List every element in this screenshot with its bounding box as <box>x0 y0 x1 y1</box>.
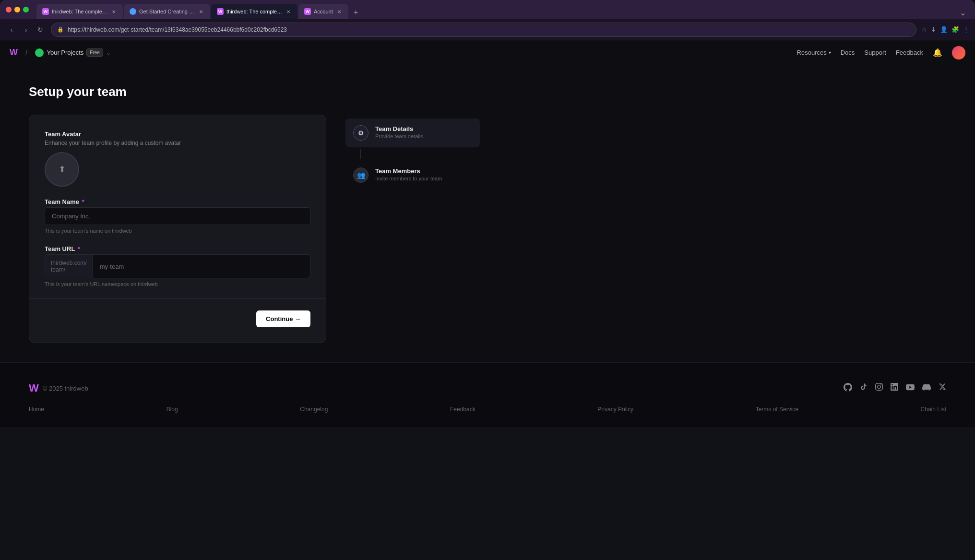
download-icon[interactable]: ⬇ <box>931 26 936 33</box>
tab-3-label: thirdweb: The complete web3 d… <box>226 9 282 14</box>
page-title: Setup your team <box>29 84 946 99</box>
url-prefix: thirdweb.com/team/ <box>45 255 93 278</box>
footer-logo: W © 2025 thirdweb <box>29 382 88 394</box>
team-url-label: Team URL * <box>45 245 310 252</box>
avatar-section: Team Avatar Enhance your team profile by… <box>45 131 310 187</box>
fullscreen-button[interactable] <box>23 7 29 12</box>
setup-layout: Team Avatar Enhance your team profile by… <box>29 115 946 343</box>
step-2-text: Team Members Invite members to your team <box>375 167 472 181</box>
team-name-helper: This is your team's name on thirdweb <box>45 228 310 234</box>
main-content: Setup your team Team Avatar Enhance your… <box>0 65 975 362</box>
footer-link-home[interactable]: Home <box>29 406 44 413</box>
new-tab-button[interactable]: + <box>349 6 363 19</box>
logo-icon: W <box>10 48 18 58</box>
discord-icon[interactable] <box>922 383 931 393</box>
refresh-button[interactable]: ↻ <box>35 24 46 36</box>
minimize-button[interactable] <box>14 7 20 12</box>
plan-badge: Free <box>86 48 103 57</box>
footer-link-feedback[interactable]: Feedback <box>450 406 476 413</box>
app-header: W / Your Projects Free ⌄ Resources ▾ Doc… <box>0 40 975 65</box>
tab-4-close[interactable]: ✕ <box>336 8 343 15</box>
steps-sidebar: ⚙ Team Details Provide team details 👥 Te… <box>345 115 480 190</box>
footer-logo-icon: W <box>29 382 39 394</box>
forward-button[interactable]: › <box>20 24 32 36</box>
browser-tab-1[interactable]: W thirdweb: The complete web3 d… ✕ <box>36 4 123 19</box>
breadcrumb-label: Your Projects <box>47 49 83 56</box>
tiktok-icon[interactable] <box>860 383 868 393</box>
url-slug-input[interactable] <box>93 255 310 278</box>
avatar-label: Team Avatar <box>45 131 310 138</box>
back-button[interactable]: ‹ <box>6 24 17 36</box>
nav-buttons: ‹ › ↻ <box>6 24 46 36</box>
step-2-desc: Invite members to your team <box>375 176 472 181</box>
team-url-section: Team URL * thirdweb.com/team/ This is yo… <box>45 245 310 287</box>
instagram-icon[interactable] <box>875 383 883 393</box>
form-divider <box>29 298 326 299</box>
team-name-section: Team Name * This is your team's name on … <box>45 198 310 234</box>
url-text: https://thirdweb.com/get-started/team/13… <box>68 26 287 33</box>
footer-link-chainlist[interactable]: Chain List <box>921 406 946 413</box>
browser-tab-2[interactable]: Get Started Creating an accou… ✕ <box>124 4 210 19</box>
menu-icon[interactable]: ⋮ <box>963 26 969 33</box>
required-indicator: * <box>82 198 84 205</box>
url-bar[interactable]: 🔒 https://thirdweb.com/get-started/team/… <box>51 23 916 37</box>
breadcrumb-projects[interactable]: Your Projects Free ⌄ <box>35 48 110 57</box>
security-icon: 🔒 <box>57 26 64 33</box>
user-avatar[interactable] <box>952 46 965 60</box>
breadcrumb-chevron: ⌄ <box>106 49 111 56</box>
close-button[interactable] <box>6 7 12 12</box>
youtube-icon[interactable] <box>906 383 915 393</box>
resources-chevron: ▾ <box>829 50 831 55</box>
footer-links: Home Blog Changelog Feedback Privacy Pol… <box>29 406 946 413</box>
team-name-input[interactable] <box>45 207 310 225</box>
tab-2-close[interactable]: ✕ <box>198 8 204 15</box>
footer-link-blog[interactable]: Blog <box>166 406 178 413</box>
nav-docs[interactable]: Docs <box>841 49 855 56</box>
footer-link-privacy[interactable]: Privacy Policy <box>597 406 633 413</box>
tab-4-label: Account <box>314 9 333 14</box>
url-helper: This is your team's URL namespace on thi… <box>45 281 310 287</box>
footer-link-terms[interactable]: Terms of Service <box>756 406 798 413</box>
bookmark-icon[interactable]: ☆ <box>921 26 927 33</box>
nav-resources[interactable]: Resources ▾ <box>797 49 831 56</box>
app-footer: W © 2025 thirdweb <box>0 362 975 427</box>
app-logo[interactable]: W <box>10 48 18 58</box>
github-icon[interactable] <box>844 383 852 393</box>
tab-3-close[interactable]: ✕ <box>285 8 292 15</box>
step-connector <box>360 149 361 159</box>
browser-toolbar-icons: ☆ ⬇ 👤 🧩 ⋮ <box>921 26 969 33</box>
nav-support[interactable]: Support <box>864 49 886 56</box>
notification-bell[interactable]: 🔔 <box>933 48 942 57</box>
header-nav: Resources ▾ Docs Support Feedback 🔔 <box>797 46 965 60</box>
step-team-details[interactable]: ⚙ Team Details Provide team details <box>345 119 480 147</box>
tabs-bar: W thirdweb: The complete web3 d… ✕ Get S… <box>36 0 969 19</box>
browser-tab-3[interactable]: W thirdweb: The complete web3 d… ✕ <box>211 4 297 19</box>
extension-icon[interactable]: 🧩 <box>951 26 959 33</box>
twitter-x-icon[interactable] <box>939 383 946 393</box>
step-1-icon: ⚙ <box>353 125 369 141</box>
tab-2-label: Get Started Creating an accou… <box>139 9 195 14</box>
profile-icon[interactable]: 👤 <box>940 26 948 33</box>
step-1-desc: Provide team details <box>375 133 472 139</box>
linkedin-icon[interactable] <box>891 383 898 393</box>
step-1-title: Team Details <box>375 125 472 132</box>
form-card: Team Avatar Enhance your team profile by… <box>29 115 326 343</box>
footer-link-changelog[interactable]: Changelog <box>300 406 328 413</box>
step-2-title: Team Members <box>375 167 472 175</box>
nav-feedback[interactable]: Feedback <box>896 49 923 56</box>
tab-1-close[interactable]: ✕ <box>110 8 117 15</box>
browser-tab-4[interactable]: W Account ✕ <box>298 4 348 19</box>
breadcrumb-separator: / <box>25 48 27 57</box>
team-name-label: Team Name * <box>45 198 310 205</box>
step-team-members[interactable]: 👥 Team Members Invite members to your te… <box>345 161 480 190</box>
upload-icon: ⬆ <box>59 164 66 175</box>
continue-button[interactable]: Continue → <box>256 310 310 327</box>
traffic-lights <box>6 7 29 12</box>
address-bar: ‹ › ↻ 🔒 https://thirdweb.com/get-started… <box>0 19 975 40</box>
tab-overflow-button[interactable]: ⌄ <box>956 6 969 19</box>
url-required-indicator: * <box>78 245 80 252</box>
avatar-upload-button[interactable]: ⬆ <box>45 152 79 187</box>
social-icons <box>844 383 946 393</box>
form-footer: Continue → <box>45 310 310 327</box>
step-1-text: Team Details Provide team details <box>375 125 472 139</box>
